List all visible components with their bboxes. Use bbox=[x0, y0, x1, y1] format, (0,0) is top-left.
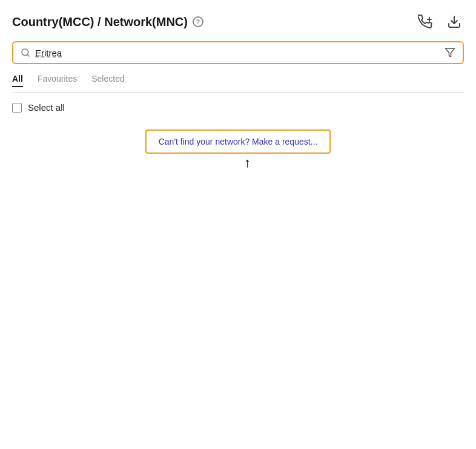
tab-favourites[interactable]: Favourites bbox=[38, 74, 77, 87]
tab-all[interactable]: All bbox=[12, 74, 23, 87]
search-input[interactable] bbox=[35, 48, 440, 58]
select-all-row: Select all bbox=[12, 102, 464, 113]
cant-find-link[interactable]: Can't find your network? Make a request.… bbox=[145, 129, 331, 154]
header-left: Country(MCC) / Network(MNC) ? bbox=[12, 15, 203, 29]
search-bar bbox=[12, 41, 464, 64]
download-button[interactable] bbox=[445, 12, 464, 31]
help-icon[interactable]: ? bbox=[193, 16, 203, 27]
page-container: Country(MCC) / Network(MNC) ? bbox=[0, 0, 476, 449]
cursor-arrow: ↑ bbox=[244, 155, 251, 171]
add-call-button[interactable] bbox=[415, 12, 435, 31]
svg-marker-5 bbox=[446, 48, 455, 57]
header-actions bbox=[415, 12, 464, 31]
cant-find-wrap: Can't find your network? Make a request.… bbox=[12, 129, 464, 154]
select-all-checkbox[interactable] bbox=[12, 103, 22, 113]
header: Country(MCC) / Network(MNC) ? bbox=[12, 12, 464, 31]
search-icon bbox=[21, 48, 30, 57]
tab-selected[interactable]: Selected bbox=[91, 74, 124, 87]
page-title: Country(MCC) / Network(MNC) bbox=[12, 15, 188, 29]
filter-icon[interactable] bbox=[445, 47, 455, 58]
tabs: All Favourites Selected bbox=[12, 74, 464, 93]
select-all-label: Select all bbox=[28, 102, 65, 113]
svg-line-4 bbox=[27, 54, 29, 56]
